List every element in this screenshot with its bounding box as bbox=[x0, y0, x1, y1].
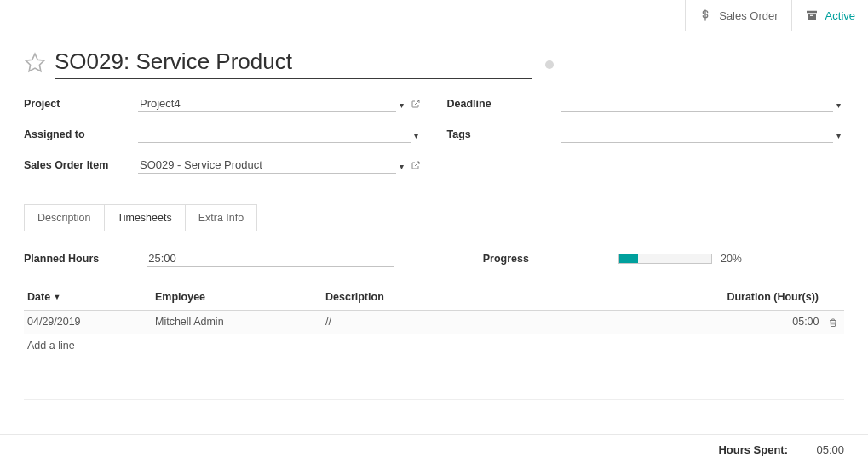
sort-caret-icon: ▼ bbox=[54, 293, 61, 301]
dropdown-caret-icon[interactable]: ▾ bbox=[396, 100, 407, 110]
external-link-icon[interactable] bbox=[411, 160, 422, 171]
tab-description[interactable]: Description bbox=[24, 204, 105, 231]
progress-bar-fill bbox=[619, 254, 638, 263]
timesheets-panel: Planned Hours Progress 20% Date ▼ Employ… bbox=[24, 231, 844, 400]
record-title-input[interactable] bbox=[55, 47, 532, 79]
cell-duration[interactable]: 05:00 bbox=[708, 311, 844, 334]
col-header-duration[interactable]: Duration (Hour(s)) bbox=[708, 284, 844, 311]
timesheet-table: Date ▼ Employee Description Duration (Ho… bbox=[24, 284, 844, 400]
dropdown-caret-icon[interactable]: ▾ bbox=[411, 131, 422, 140]
sales-order-item-input[interactable] bbox=[138, 157, 396, 174]
deadline-field-row: Deadline ▾ bbox=[447, 93, 845, 115]
progress-percent-text: 20% bbox=[721, 253, 742, 265]
tab-extra-info[interactable]: Extra Info bbox=[186, 204, 258, 231]
cell-employee[interactable]: Mitchell Admin bbox=[152, 311, 322, 334]
tabs-bar: Description Timesheets Extra Info bbox=[0, 190, 868, 231]
svg-rect-3 bbox=[810, 15, 813, 16]
sales-order-button[interactable]: Sales Order bbox=[685, 0, 790, 31]
sales-order-button-label: Sales Order bbox=[719, 9, 778, 22]
favorite-star-icon[interactable] bbox=[24, 51, 46, 76]
project-field-row: Project ▾ bbox=[24, 93, 422, 115]
tags-input[interactable] bbox=[561, 126, 834, 143]
col-header-date[interactable]: Date ▼ bbox=[24, 284, 152, 311]
table-row[interactable]: 04/29/2019Mitchell Admin//05:00 bbox=[24, 311, 844, 334]
cell-description[interactable]: // bbox=[322, 311, 708, 334]
tab-timesheets[interactable]: Timesheets bbox=[105, 204, 186, 231]
record-header bbox=[0, 31, 868, 83]
stage-indicator-dot[interactable] bbox=[545, 60, 554, 69]
active-button[interactable]: Active bbox=[791, 0, 868, 31]
col-header-employee[interactable]: Employee bbox=[152, 284, 322, 311]
cell-date[interactable]: 04/29/2019 bbox=[24, 311, 152, 334]
add-line-button[interactable]: Add a line bbox=[24, 334, 844, 357]
deadline-input[interactable] bbox=[561, 95, 834, 112]
deadline-label: Deadline bbox=[447, 98, 561, 110]
assigned-input[interactable] bbox=[138, 126, 411, 143]
active-button-label: Active bbox=[825, 9, 855, 22]
archive-icon bbox=[805, 9, 819, 22]
project-input[interactable] bbox=[138, 95, 396, 112]
dollar-icon bbox=[698, 9, 712, 22]
delete-row-icon[interactable] bbox=[827, 317, 839, 328]
sales-order-item-label: Sales Order Item bbox=[24, 159, 138, 171]
svg-rect-2 bbox=[808, 14, 816, 20]
assigned-field-row: Assigned to ▾ bbox=[24, 123, 422, 146]
assigned-label: Assigned to bbox=[24, 129, 138, 140]
dropdown-caret-icon[interactable]: ▾ bbox=[396, 162, 407, 171]
form-fields: Project ▾ Assigned to ▾ Sales Order Item… bbox=[0, 83, 868, 190]
tags-field-row: Tags ▾ bbox=[447, 123, 845, 146]
progress-label: Progress bbox=[483, 253, 529, 265]
external-link-icon[interactable] bbox=[411, 99, 422, 110]
hours-spent-label: Hours Spent: bbox=[718, 443, 788, 456]
planned-hours-label: Planned Hours bbox=[24, 253, 99, 265]
project-label: Project bbox=[24, 98, 138, 110]
dropdown-caret-icon[interactable]: ▾ bbox=[833, 131, 844, 140]
top-buttons-bar: Sales Order Active bbox=[0, 0, 868, 31]
planned-hours-input[interactable] bbox=[147, 250, 394, 267]
dropdown-caret-icon[interactable]: ▾ bbox=[833, 100, 844, 110]
sales-order-item-field-row: Sales Order Item ▾ bbox=[24, 154, 422, 176]
progress-bar bbox=[618, 254, 712, 264]
tags-label: Tags bbox=[447, 129, 561, 140]
col-header-description[interactable]: Description bbox=[322, 284, 708, 311]
svg-rect-1 bbox=[807, 11, 817, 14]
totals-footer: Hours Spent: 05:00 Remaining Hours: 20:0… bbox=[0, 434, 868, 457]
svg-marker-4 bbox=[26, 54, 44, 71]
hours-spent-value: 05:00 bbox=[807, 443, 844, 456]
